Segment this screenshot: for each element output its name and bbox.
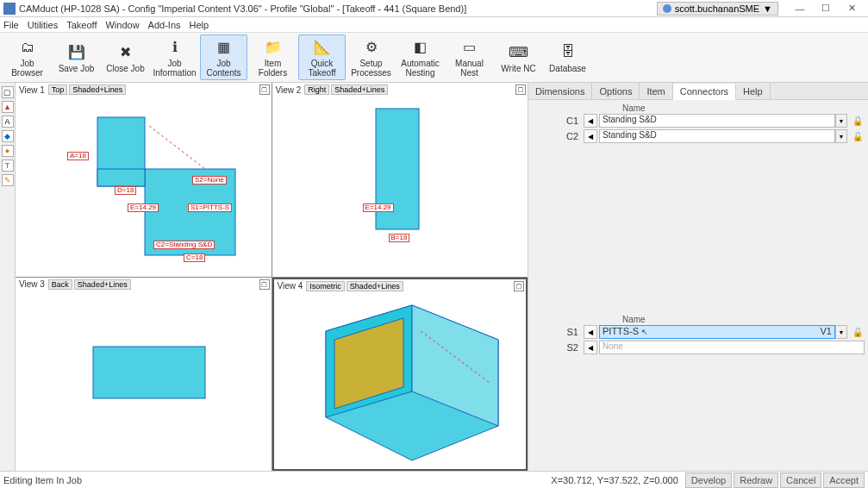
close-job-button[interactable]: ✖Close Job: [102, 34, 149, 80]
job-browser-button[interactable]: 🗂Job Browser: [3, 34, 51, 80]
view1-name: View 1: [17, 85, 47, 95]
user-account-button[interactable]: scott.buchananSME ▼: [657, 2, 778, 16]
c1-dropdown[interactable]: ▼: [835, 114, 847, 128]
tab-dimensions[interactable]: Dimensions: [528, 83, 592, 99]
folders-icon: 📁: [263, 37, 284, 57]
s1-value[interactable]: PITTS-S ↖V1: [599, 325, 835, 339]
s1-lock-icon[interactable]: 🔓: [851, 325, 865, 339]
tab-help[interactable]: Help: [736, 83, 771, 99]
save-icon: 💾: [66, 41, 87, 62]
tab-options[interactable]: Options: [592, 83, 640, 99]
redraw-button[interactable]: Redraw: [734, 472, 778, 488]
menu-utilities[interactable]: Utilities: [28, 20, 58, 30]
save-job-button[interactable]: 💾Save Job: [53, 34, 100, 80]
view4-mode2[interactable]: Shaded+Lines: [347, 281, 403, 291]
c1-lock-icon[interactable]: 🔓: [851, 114, 865, 128]
s2-value[interactable]: None: [599, 341, 865, 354]
nc-icon: ⌨: [509, 41, 529, 62]
s-name-header: Name: [622, 315, 646, 324]
dim-a: A=18: [67, 152, 89, 160]
menu-help[interactable]: Help: [190, 20, 209, 30]
nesting-icon: ◧: [410, 37, 431, 57]
viewport-grid: View 1 Top Shaded+Lines □ A=18 D=18 E=14…: [16, 83, 528, 471]
c2-prev-button[interactable]: ◀: [584, 129, 597, 143]
view4-name: View 4: [276, 281, 305, 291]
main-area: ▢ ▲ A ◆ ● T ✎ View 1 Top Shaded+Lines □ …: [0, 83, 868, 471]
item-folders-button[interactable]: 📁Item Folders: [249, 34, 297, 80]
s1-label: S1: [532, 327, 584, 337]
browser-icon: 🗂: [17, 37, 38, 57]
view3-mode1[interactable]: Back: [48, 279, 72, 290]
side-tool-3[interactable]: A: [2, 116, 14, 128]
svg-rect-2: [97, 169, 145, 186]
view-1[interactable]: View 1 Top Shaded+Lines □ A=18 D=18 E=14…: [16, 83, 272, 277]
info-icon: ℹ: [165, 37, 185, 57]
view4-mode1[interactable]: Isometric: [306, 281, 345, 291]
close-button[interactable]: ✕: [839, 1, 865, 16]
cancel-button[interactable]: Cancel: [780, 472, 821, 488]
dim-e: E=14.29: [128, 203, 159, 212]
menu-addins[interactable]: Add-Ins: [148, 20, 181, 30]
minimize-button[interactable]: —: [787, 1, 813, 16]
write-nc-button[interactable]: ⌨Write NC: [495, 34, 542, 80]
dim-s2: S2=None: [192, 176, 227, 185]
side-tool-4[interactable]: ◆: [2, 130, 14, 142]
menu-window[interactable]: Window: [105, 20, 139, 30]
side-tool-6[interactable]: T: [2, 160, 14, 172]
database-button[interactable]: 🗄Database: [544, 34, 591, 80]
user-name: scott.buchananSME: [675, 3, 759, 14]
s1-dropdown[interactable]: ▼: [835, 325, 847, 339]
view-3[interactable]: View 3 Back Shaded+Lines □: [16, 278, 272, 472]
status-text: Editing Item In Job: [3, 475, 551, 485]
side-tool-2[interactable]: ▲: [2, 101, 14, 113]
s2-prev-button[interactable]: ◀: [584, 341, 597, 354]
menu-takeoff[interactable]: Takeoff: [66, 20, 97, 30]
dim-s1: S1=PITTS-S: [188, 203, 232, 212]
maximize-button[interactable]: ☐: [813, 1, 839, 16]
auto-nesting-button[interactable]: ◧Automatic Nesting: [397, 34, 444, 80]
view1-mode1[interactable]: Top: [48, 84, 68, 95]
statusbar: Editing Item In Job X=30.712, Y=37.522, …: [0, 471, 868, 488]
s1-row: S1 ◀ PITTS-S ↖V1 ▼ 🔓: [532, 324, 865, 340]
dim-b: B=18: [389, 234, 410, 242]
side-tool-5[interactable]: ●: [2, 145, 14, 157]
titlebar: CAMduct (HP-1028 SA) - Config "Imperial …: [0, 0, 868, 17]
view2-mode1[interactable]: Right: [304, 84, 329, 95]
view2-canvas: [272, 83, 528, 272]
view-4[interactable]: View 4 Isometric Shaded+Lines □: [272, 278, 528, 472]
close-job-icon: ✖: [116, 41, 136, 62]
c1-prev-button[interactable]: ◀: [584, 114, 597, 128]
coordinates: X=30.712, Y=37.522, Z=0.000: [551, 475, 678, 485]
develop-button[interactable]: Develop: [685, 472, 732, 488]
c2-dropdown[interactable]: ▼: [835, 129, 847, 143]
c2-lock-icon[interactable]: 🔓: [851, 129, 865, 143]
view2-mode2[interactable]: Shaded+Lines: [331, 84, 388, 95]
side-tool-7[interactable]: ✎: [2, 174, 14, 186]
user-icon: [663, 4, 671, 13]
c1-value[interactable]: Standing S&D: [599, 114, 835, 128]
window-title: CAMduct (HP-1028 SA) - Config "Imperial …: [19, 3, 657, 14]
dim-c: C=18: [184, 253, 205, 262]
s2-row: S2 ◀ None: [532, 340, 865, 355]
tab-item[interactable]: Item: [640, 83, 672, 99]
job-contents-button[interactable]: ▦Job Contents: [200, 34, 247, 80]
s1-prev-button[interactable]: ◀: [584, 325, 597, 339]
quick-takeoff-button[interactable]: 📐Quick Takeoff: [298, 34, 346, 80]
side-tool-1[interactable]: ▢: [2, 86, 14, 98]
c2-value[interactable]: Standing S&D: [599, 129, 835, 143]
view1-mode2[interactable]: Shaded+Lines: [69, 84, 126, 95]
view-2[interactable]: View 2 Right Shaded+Lines □ E=14.29 B=18: [272, 83, 528, 277]
menu-file[interactable]: File: [3, 20, 19, 30]
view3-mode2[interactable]: Shaded+Lines: [74, 279, 131, 290]
main-toolbar: 🗂Job Browser 💾Save Job ✖Close Job ℹJob I…: [0, 33, 868, 83]
manual-nest-button[interactable]: ▭Manual Nest: [446, 34, 493, 80]
c1-label: C1: [532, 116, 584, 126]
setup-processes-button[interactable]: ⚙Setup Processes: [347, 34, 395, 80]
properties-panel: Dimensions Options Item Connectors Help …: [528, 83, 868, 471]
tab-connectors[interactable]: Connectors: [673, 84, 736, 100]
c-name-header: Name: [622, 103, 646, 113]
accept-button[interactable]: Accept: [823, 472, 865, 488]
view3-canvas: [16, 278, 272, 467]
svg-rect-5: [93, 347, 205, 398]
job-info-button[interactable]: ℹJob Information: [151, 34, 198, 80]
